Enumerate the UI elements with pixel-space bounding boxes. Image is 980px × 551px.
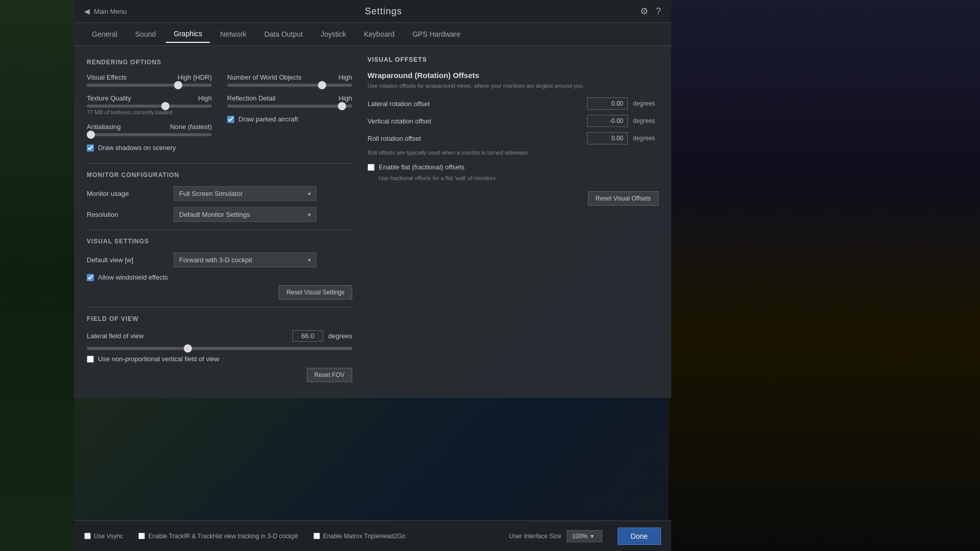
rendering-left: Visual Effects High (HDR) Texture Qualit… <box>87 73 212 156</box>
texture-quality-thumb[interactable] <box>161 102 169 110</box>
monitor-usage-label: Monitor usage <box>87 190 163 197</box>
ui-size-label: User Interface Size <box>509 533 561 540</box>
allow-windshield-label: Allow windshield effects <box>98 273 168 281</box>
lateral-rotation-label: Lateral rotation offset <box>368 100 582 108</box>
roll-note: Roll offsets are typically used when a m… <box>368 149 658 156</box>
enable-trackir-row: Enable TrackIR & TrackHat view tracking … <box>138 533 298 540</box>
visual-effects-thumb[interactable] <box>174 81 182 89</box>
enable-flat-label: Enable flat (fractional) offsets <box>379 163 464 171</box>
flat-fractional-section: Enable flat (fractional) offsets Use fra… <box>368 163 658 181</box>
draw-shadows-checkbox[interactable] <box>87 144 94 152</box>
tab-data-output[interactable]: Data Output <box>257 26 311 42</box>
monitor-config-header: MONITOR CONFIGURATION <box>87 171 352 179</box>
reflection-detail-row: Reflection Detail High <box>227 94 352 108</box>
done-button[interactable]: Done <box>618 528 661 545</box>
antialiasing-thumb[interactable] <box>87 131 95 139</box>
tab-sound[interactable]: Sound <box>128 26 163 42</box>
settings-icon[interactable]: ⚙ <box>640 6 648 17</box>
flat-desc: Use fractional offsets for a flat 'wall'… <box>379 175 658 181</box>
tab-keyboard[interactable]: Keyboard <box>356 26 402 42</box>
allow-windshield-checkbox[interactable] <box>87 274 94 281</box>
vertical-rotation-unit: degrees <box>633 117 658 124</box>
monitor-usage-row: Monitor usage Full Screen Simulator ▾ <box>87 186 352 201</box>
visual-effects-value: High (HDR) <box>178 73 212 81</box>
reflection-detail-thumb[interactable] <box>338 102 346 110</box>
tab-joystick[interactable]: Joystick <box>313 26 354 42</box>
lateral-fov-input[interactable]: 66.0 <box>292 330 323 342</box>
help-icon[interactable]: ? <box>656 6 661 17</box>
texture-quality-subtext: 77 MB of textures currently loaded <box>87 109 212 115</box>
reflection-detail-track[interactable] <box>227 105 352 108</box>
divider-3 <box>87 307 352 308</box>
visual-effects-track[interactable] <box>87 84 212 87</box>
page-title: Settings <box>365 6 402 17</box>
world-objects-track[interactable] <box>227 84 352 87</box>
world-objects-thumb[interactable] <box>318 81 326 89</box>
world-objects-label: Number of World Objects <box>227 73 302 81</box>
reset-visual-offsets-button[interactable]: Reset Visual Offsets <box>588 191 658 206</box>
reset-fov-button[interactable]: Reset FOV <box>307 368 352 382</box>
lateral-fov-thumb[interactable] <box>184 344 192 353</box>
lateral-fov-unit: degrees <box>328 332 352 340</box>
default-view-value: Forward with 3-D cockpit <box>179 256 252 264</box>
wraparound-section: Wraparound (Rotation) Offsets Use rotati… <box>368 71 658 206</box>
resolution-arrow: ▾ <box>308 211 311 218</box>
default-view-select[interactable]: Forward with 3-D cockpit ▾ <box>174 253 316 267</box>
ui-size-section: User Interface Size 100% ▾ <box>509 530 602 542</box>
world-objects-row: Number of World Objects High <box>227 73 352 87</box>
default-view-label: Default view [w] <box>87 256 163 264</box>
divider-2 <box>87 230 352 230</box>
tab-general[interactable]: General <box>84 26 125 42</box>
title-bar: ◀ Main Menu Settings ⚙ ? <box>74 0 671 23</box>
draw-parked-aircraft-checkbox[interactable] <box>227 116 234 123</box>
tab-gps-hardware[interactable]: GPS Hardware <box>405 26 468 42</box>
texture-quality-value: High <box>198 94 212 102</box>
enable-trackir-checkbox[interactable] <box>138 533 145 539</box>
lateral-rotation-input[interactable] <box>587 97 628 110</box>
texture-quality-label: Texture Quality <box>87 94 131 102</box>
draw-shadows-row: Draw shadows on scenery <box>87 144 212 152</box>
antialiasing-track[interactable] <box>87 133 212 136</box>
vertical-rotation-label: Vertical rotation offset <box>368 117 582 125</box>
right-cockpit-bg <box>669 0 980 551</box>
use-vsync-checkbox[interactable] <box>84 533 91 539</box>
monitor-usage-select[interactable]: Full Screen Simulator ▾ <box>174 186 316 201</box>
enable-trackir-label: Enable TrackIR & TrackHat view tracking … <box>148 533 298 540</box>
ui-size-select[interactable]: 100% ▾ <box>567 530 602 542</box>
tabs-bar: General Sound Graphics Network Data Outp… <box>74 23 671 46</box>
visual-effects-label: Visual Effects <box>87 73 127 81</box>
antialiasing-value: None (fastest) <box>170 123 212 131</box>
settings-content: RENDERING OPTIONS Visual Effects High (H… <box>74 46 671 398</box>
right-column: VISUAL OFFSETS Wraparound (Rotation) Off… <box>368 56 658 388</box>
antialiasing-label: Antialiasing <box>87 123 121 131</box>
visual-settings-header: VISUAL SETTINGS <box>87 238 352 245</box>
world-objects-value: High <box>338 73 352 81</box>
bottom-bar: Use Vsync Enable TrackIR & TrackHat view… <box>74 520 671 551</box>
texture-quality-track[interactable] <box>87 105 212 108</box>
allow-windshield-row: Allow windshield effects <box>87 273 352 281</box>
roll-rotation-input[interactable] <box>587 132 628 144</box>
default-view-row: Default view [w] Forward with 3-D cockpi… <box>87 253 352 267</box>
lateral-rotation-row: Lateral rotation offset degrees <box>368 97 658 110</box>
non-proportional-fov-label: Use non-proportional vertical field of v… <box>98 355 219 363</box>
lateral-fov-track[interactable] <box>87 347 352 350</box>
non-proportional-fov-checkbox[interactable] <box>87 356 94 363</box>
fov-section-header: FIELD OF VIEW <box>87 315 352 322</box>
enable-flat-checkbox[interactable] <box>368 164 375 171</box>
nav-back[interactable]: ◀ Main Menu <box>84 7 127 15</box>
antialiasing-row: Antialiasing None (fastest) <box>87 123 212 136</box>
reset-visual-settings-button[interactable]: Reset Visual Settings <box>279 285 352 299</box>
roll-rotation-row: Roll rotation offset degrees <box>368 132 658 144</box>
roll-rotation-unit: degrees <box>633 135 658 142</box>
tab-network[interactable]: Network <box>212 26 254 42</box>
default-view-arrow: ▾ <box>308 257 311 264</box>
enable-matrox-label: Enable Matrox TripleHead2Go <box>323 533 405 540</box>
left-cockpit-bg <box>0 0 74 551</box>
vertical-rotation-input[interactable] <box>587 115 628 127</box>
wraparound-desc: Use rotation offsets for wraparound view… <box>368 82 658 90</box>
resolution-select[interactable]: Default Monitor Settings ▾ <box>174 207 316 222</box>
tab-graphics[interactable]: Graphics <box>166 26 210 43</box>
enable-matrox-checkbox[interactable] <box>313 533 320 539</box>
vertical-rotation-row: Vertical rotation offset degrees <box>368 115 658 127</box>
rendering-grid: Visual Effects High (HDR) Texture Qualit… <box>87 73 352 156</box>
